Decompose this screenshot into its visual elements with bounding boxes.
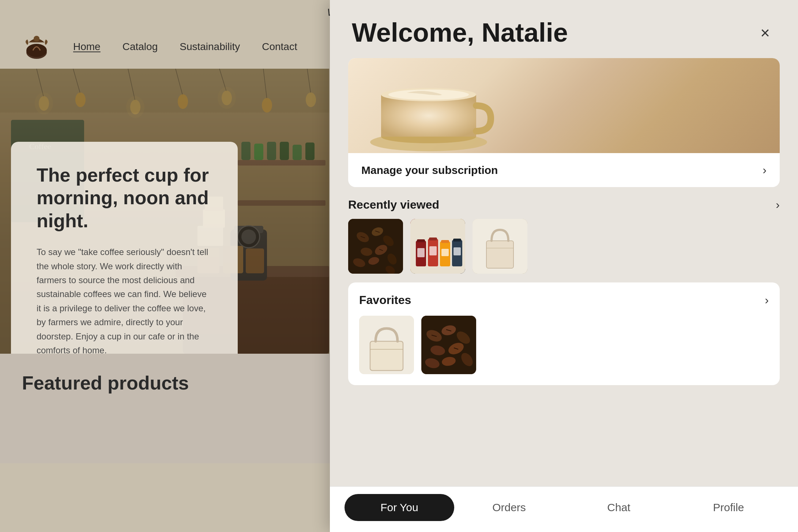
tab-orders[interactable]: Orders [454, 494, 564, 521]
svg-rect-30 [293, 145, 302, 160]
logo-area [22, 32, 51, 61]
svg-rect-78 [417, 239, 425, 242]
recently-viewed-items [348, 219, 780, 274]
svg-rect-79 [429, 238, 437, 240]
svg-rect-24 [238, 160, 325, 166]
svg-rect-81 [453, 239, 461, 242]
svg-rect-29 [280, 142, 289, 160]
svg-point-37 [241, 229, 256, 244]
svg-rect-25 [238, 200, 325, 206]
recently-viewed-item-2[interactable] [410, 219, 465, 274]
hero-section: Coffee [0, 69, 329, 354]
favorites-arrow[interactable]: › [765, 293, 769, 307]
panel-welcome-title: Welcome, Natalie [352, 18, 568, 47]
panel-scroll[interactable]: Manage your subscription › Recently view… [330, 58, 798, 532]
nav-links: Home Catalog Sustainability Contact [73, 41, 297, 53]
svg-rect-26 [241, 142, 251, 160]
recently-viewed-header: Recently viewed › [348, 198, 780, 212]
favorites-header: Favorites › [359, 293, 769, 307]
recently-viewed-arrow[interactable]: › [776, 198, 780, 212]
svg-rect-80 [441, 240, 449, 243]
svg-rect-86 [370, 341, 403, 370]
subscription-image [348, 58, 780, 153]
favorite-item-2[interactable] [421, 316, 476, 374]
recently-viewed-section: Recently viewed › [348, 198, 780, 274]
logo-icon [22, 32, 51, 61]
svg-point-2 [34, 36, 39, 42]
side-panel: Welcome, Natalie × [330, 0, 798, 532]
svg-rect-40 [246, 248, 264, 273]
nav-sustainability[interactable]: Sustainability [180, 41, 240, 53]
hero-title: The perfect cup for morning, noon and ni… [37, 164, 212, 232]
bottom-nav: For You Orders Chat Profile [330, 486, 798, 532]
subscription-label-text: Manage your subscription [361, 164, 498, 176]
svg-rect-74 [417, 248, 425, 257]
svg-point-1 [26, 44, 47, 57]
subscription-chevron: › [763, 163, 767, 177]
svg-rect-31 [305, 142, 315, 160]
svg-rect-75 [429, 246, 437, 255]
nav-home[interactable]: Home [73, 41, 101, 53]
panel-header: Welcome, Natalie × [330, 0, 798, 58]
close-button[interactable]: × [754, 22, 776, 44]
tab-orders-label: Orders [492, 501, 526, 514]
recently-viewed-title: Recently viewed [348, 198, 439, 212]
tab-chat[interactable]: Chat [564, 494, 674, 521]
tab-chat-label: Chat [607, 501, 630, 514]
favorite-item-1[interactable] [359, 316, 414, 374]
nav-catalog[interactable]: Catalog [123, 41, 158, 53]
recently-viewed-item-3[interactable] [473, 219, 527, 274]
favorites-section: Favorites › [348, 282, 780, 385]
svg-rect-83 [486, 241, 513, 268]
subscription-label-row[interactable]: Manage your subscription › [348, 153, 780, 187]
recently-viewed-item-1[interactable] [348, 219, 403, 274]
svg-rect-76 [441, 249, 449, 256]
tab-for-you[interactable]: For You [345, 494, 454, 521]
svg-rect-77 [453, 247, 461, 255]
tab-profile-label: Profile [713, 501, 744, 514]
favorites-title: Favorites [359, 293, 411, 307]
svg-rect-28 [267, 142, 276, 160]
tab-profile[interactable]: Profile [674, 494, 783, 521]
tab-for-you-label: For You [380, 501, 418, 514]
subscription-card[interactable]: Manage your subscription › [348, 58, 780, 187]
hero-card: The perfect cup for morning, noon and ni… [11, 142, 238, 354]
nav-contact[interactable]: Contact [262, 41, 297, 53]
favorites-items [359, 316, 769, 374]
svg-rect-27 [254, 144, 263, 160]
hero-description: To say we "take coffee seriously" doesn'… [37, 245, 212, 354]
